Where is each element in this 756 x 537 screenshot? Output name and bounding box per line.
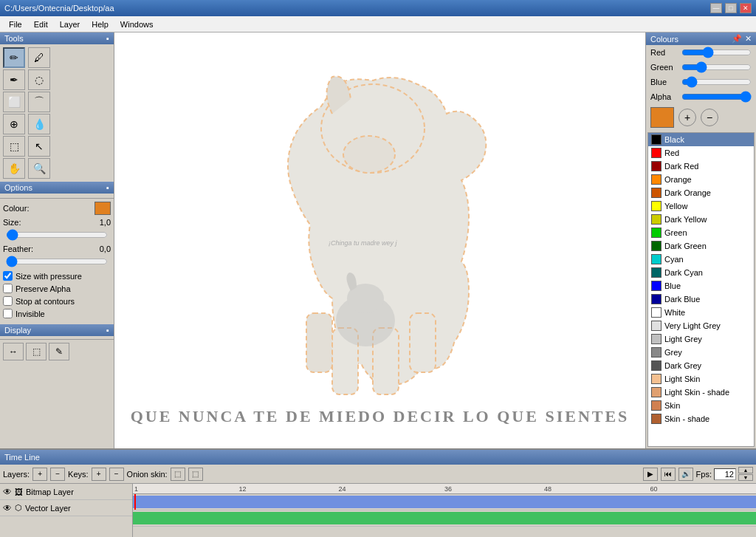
title-text: C:/Users/Ontecnia/Desktop/aa [4, 4, 114, 13]
colour-item[interactable]: Very Light Grey [648, 319, 754, 332]
colour-name: Very Light Grey [664, 321, 721, 330]
tool-select-shape[interactable]: ◌ [28, 69, 50, 90]
tool-lasso[interactable]: ⌒ [28, 92, 50, 112]
colour-list[interactable]: BlackRedDark RedOrangeDark OrangeYellowD… [647, 132, 755, 447]
tool-eyedropper[interactable]: 💧 [28, 114, 50, 134]
colour-item[interactable]: Light Skin - shade [648, 386, 754, 399]
colours-panel: Colours 📌 ✕ Red Green Blue Alpha + − [645, 33, 756, 448]
menu-edit[interactable]: Edit [28, 18, 54, 30]
colour-item[interactable]: Light Grey [648, 332, 754, 346]
colour-item[interactable]: Dark Blue [648, 293, 754, 306]
options-panel: Colour: Size: 1,0 Feather: 0,0 Size with… [0, 198, 114, 324]
feather-slider[interactable] [6, 256, 108, 267]
sound-button[interactable]: 🔊 [678, 468, 693, 481]
colour-item[interactable]: Green [648, 226, 754, 239]
tool-transform[interactable]: ⊕ [3, 114, 25, 134]
ruler-24: 24 [339, 485, 346, 493]
add-key-button[interactable]: + [92, 468, 106, 481]
stop-contours-checkbox[interactable] [3, 296, 13, 306]
remove-key-button[interactable]: − [109, 468, 124, 481]
size-slider[interactable] [6, 230, 108, 240]
display-collapse-icon[interactable]: ▪ [106, 326, 109, 335]
minimize-button[interactable]: — [710, 3, 722, 13]
menu-layer[interactable]: Layer [54, 18, 86, 30]
remove-layer-button[interactable]: − [50, 468, 65, 481]
tools-collapse-icon[interactable]: ▪ [106, 34, 109, 43]
menu-windows[interactable]: Windows [114, 18, 159, 30]
display-btn-2[interactable]: ⬚ [26, 343, 47, 360]
maximize-button[interactable]: □ [725, 3, 737, 13]
layer-bitmap-vis-icon[interactable]: 👁 [3, 487, 12, 497]
colour-item[interactable]: Dark Grey [648, 359, 754, 372]
blue-slider[interactable] [681, 77, 752, 87]
colour-item[interactable]: Light Skin [648, 372, 754, 386]
colours-collapse-icon[interactable]: ✕ [745, 34, 752, 44]
colour-name: White [664, 308, 685, 317]
rewind-button[interactable]: ⏮ [661, 468, 676, 481]
colour-item[interactable]: Dark Orange [648, 186, 754, 199]
colour-item[interactable]: Orange [648, 173, 754, 186]
layer-vector-vis-icon[interactable]: 👁 [3, 503, 12, 513]
tool-marquee[interactable]: ⬚ [3, 136, 25, 157]
tool-zoom[interactable]: 🔍 [28, 158, 50, 179]
tool-pencil[interactable]: ✏ [3, 47, 25, 68]
colour-dot [651, 241, 662, 251]
tool-brush[interactable]: 🖊 [28, 47, 50, 68]
onion-prev-button[interactable]: ⬚ [171, 468, 185, 481]
colour-item[interactable]: Skin - shade [648, 412, 754, 425]
size-pressure-checkbox[interactable] [3, 271, 13, 281]
tools-grid: ✏ 🖊 ✒ ◌ ⬜ ⌒ ⊕ 💧 ⬚ ↖ ✋ 🔍 [0, 44, 114, 182]
colour-item[interactable]: Grey [648, 346, 754, 359]
colours-pin-icon[interactable]: 📌 [732, 34, 742, 44]
timeline-tracks[interactable]: 1 12 24 36 48 60 [133, 484, 756, 537]
size-value: 1,0 [89, 218, 111, 227]
alpha-slider[interactable] [681, 92, 752, 102]
colour-swatch[interactable] [94, 202, 111, 215]
green-slider[interactable] [681, 62, 752, 72]
fps-down-button[interactable]: ▼ [738, 474, 753, 481]
main-colour-swatch[interactable] [650, 107, 674, 128]
tool-pointer[interactable]: ↖ [28, 136, 50, 157]
colour-item[interactable]: Red [648, 146, 754, 160]
track-vector[interactable] [133, 510, 756, 527]
colour-item[interactable]: Black [648, 133, 754, 146]
add-colour-button[interactable]: + [678, 109, 696, 126]
display-btn-1[interactable]: ↔ [3, 343, 24, 360]
remove-colour-button[interactable]: − [701, 109, 718, 126]
size-pressure-label: Size with pressure [16, 272, 82, 281]
colour-item[interactable]: Yellow [648, 199, 754, 213]
layer-row-vector[interactable]: 👁 ⬡ Vector Layer [0, 500, 132, 516]
tool-eraser[interactable]: ⬜ [3, 92, 25, 112]
layer-row-bitmap[interactable]: 👁 🖼 Bitmap Layer [0, 484, 132, 500]
options-collapse-icon[interactable]: ▪ [106, 183, 109, 192]
preserve-alpha-checkbox[interactable] [3, 284, 13, 293]
options-header: Options ▪ [0, 182, 114, 194]
fps-up-button[interactable]: ▲ [738, 467, 753, 473]
close-button[interactable]: ✕ [740, 3, 752, 13]
colour-item[interactable]: White [648, 306, 754, 319]
colour-row: Colour: [3, 202, 111, 215]
layers-label: Layers: [3, 470, 30, 479]
menu-file[interactable]: File [3, 18, 28, 30]
invisible-checkbox[interactable] [3, 309, 13, 318]
tool-ink[interactable]: ✒ [3, 69, 25, 90]
menu-help[interactable]: Help [86, 18, 114, 30]
red-slider[interactable] [681, 47, 752, 58]
track-bitmap[interactable] [133, 494, 756, 510]
colour-name: Blue [664, 281, 681, 290]
tool-pan[interactable]: ✋ [3, 158, 25, 179]
colour-item[interactable]: Skin [648, 399, 754, 412]
onion-next-button[interactable]: ⬚ [188, 468, 203, 481]
colour-item[interactable]: Dark Green [648, 239, 754, 253]
colour-item[interactable]: Cyan [648, 253, 754, 266]
colour-item[interactable]: Dark Red [648, 160, 754, 173]
fps-input[interactable] [714, 468, 736, 480]
colour-item[interactable]: Dark Yellow [648, 213, 754, 226]
display-btn-3[interactable]: ✎ [49, 343, 69, 360]
canvas-area[interactable]: ¡Chinga tu madre wey j QUE NUNCA TE DE M… [114, 33, 645, 448]
play-button[interactable]: ▶ [643, 468, 658, 481]
add-layer-button[interactable]: + [32, 468, 47, 481]
colour-item[interactable]: Dark Cyan [648, 266, 754, 279]
colour-item[interactable]: Blue [648, 279, 754, 293]
colours-title: Colours [650, 35, 678, 44]
